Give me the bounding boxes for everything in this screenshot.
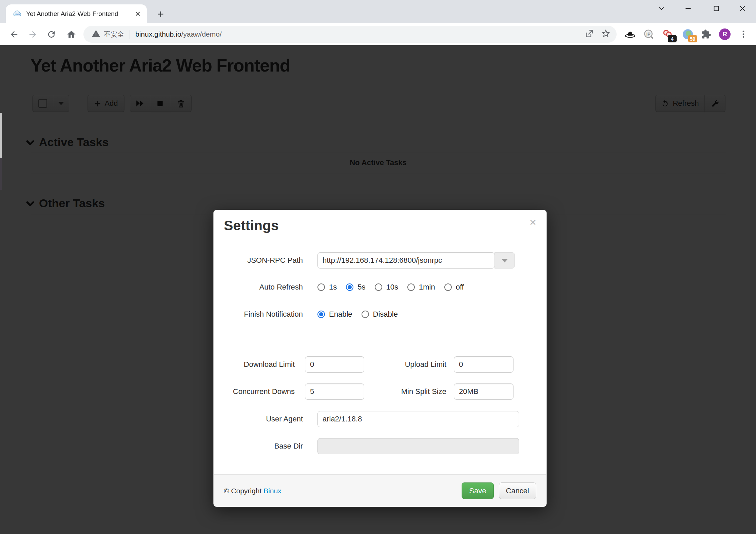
home-button[interactable] bbox=[64, 27, 79, 42]
settings-modal-footer: © Copyright Binux Save Cancel bbox=[214, 474, 546, 507]
radio-icon bbox=[317, 311, 325, 318]
radio-icon bbox=[346, 283, 353, 291]
radio-option-label: 10s bbox=[386, 283, 398, 292]
auto-refresh-row: Auto Refresh 1s 5s 10s 1min off bbox=[214, 279, 546, 295]
auto-refresh-option-off[interactable]: off bbox=[444, 283, 464, 292]
left-edge-artifact-light bbox=[0, 113, 2, 158]
window-maximize-button[interactable] bbox=[711, 3, 722, 14]
browser-titlebar: YAAW Yet Another Aria2 Web Frontend bbox=[0, 0, 756, 23]
tab-close-icon[interactable] bbox=[133, 9, 142, 18]
user-agent-input[interactable] bbox=[317, 411, 519, 427]
profile-avatar[interactable]: R bbox=[718, 27, 732, 41]
radio-option-label: 5s bbox=[357, 283, 365, 292]
settings-close-button[interactable]: × bbox=[529, 217, 536, 227]
radio-icon bbox=[407, 283, 415, 291]
auto-refresh-option-10s[interactable]: 10s bbox=[375, 283, 398, 292]
auto-refresh-radio-group: 1s 5s 10s 1min off bbox=[317, 279, 464, 295]
left-edge-artifact-dark bbox=[0, 158, 2, 190]
finish-notification-option-enable[interactable]: Enable bbox=[317, 310, 352, 319]
base-dir-label: Base Dir bbox=[214, 438, 303, 454]
svg-text:IP: IP bbox=[646, 32, 651, 37]
browser-navbar: 不安全 binux.github.io/yaaw/demo/ IP 4 bbox=[0, 23, 756, 45]
settings-modal: Settings × JSON-RPC Path Auto Refresh 1s… bbox=[213, 210, 547, 507]
radio-icon bbox=[317, 283, 325, 291]
jsonrpc-path-row: JSON-RPC Path bbox=[214, 252, 546, 269]
hat-extension-icon[interactable] bbox=[623, 27, 637, 41]
not-secure-label: 不安全 bbox=[104, 30, 124, 39]
address-bar[interactable]: 不安全 binux.github.io/yaaw/demo/ bbox=[83, 26, 617, 43]
download-limit-input[interactable] bbox=[305, 356, 364, 373]
share-icon[interactable] bbox=[584, 29, 594, 40]
window-minimize-button[interactable] bbox=[682, 3, 694, 14]
radio-option-label: off bbox=[456, 283, 464, 292]
auto-refresh-label: Auto Refresh bbox=[214, 279, 303, 295]
back-button[interactable] bbox=[6, 27, 21, 42]
base-dir-input bbox=[317, 438, 519, 454]
browser-menu-kebab-icon[interactable] bbox=[737, 27, 750, 41]
radio-option-label: 1s bbox=[329, 283, 337, 292]
user-agent-label: User Agent bbox=[214, 411, 303, 427]
yaaw-favicon-icon: YAAW bbox=[13, 9, 22, 19]
jsonrpc-path-label: JSON-RPC Path bbox=[214, 252, 303, 269]
browser-window: YAAW Yet Another Aria2 Web Frontend bbox=[0, 0, 756, 534]
download-limit-label: Download Limit bbox=[214, 356, 295, 373]
settings-modal-title: Settings bbox=[224, 218, 536, 233]
tab-title: Yet Another Aria2 Web Frontend bbox=[26, 10, 128, 18]
finish-notification-option-disable[interactable]: Disable bbox=[362, 310, 398, 319]
min-split-size-label: Min Split Size bbox=[366, 383, 446, 400]
min-split-size-input[interactable] bbox=[454, 383, 513, 400]
globe-extension-icon[interactable]: 59 bbox=[681, 27, 695, 41]
finish-notification-row: Finish Notification Enable Disable bbox=[214, 306, 546, 322]
caret-down-icon bbox=[501, 259, 508, 262]
red-extension-badge: 4 bbox=[668, 35, 677, 42]
not-secure-warning-icon[interactable] bbox=[92, 29, 100, 39]
auto-refresh-option-1min[interactable]: 1min bbox=[407, 283, 435, 292]
radio-option-label: 1min bbox=[419, 283, 435, 292]
cancel-button[interactable]: Cancel bbox=[499, 482, 536, 499]
ip-lookup-extension-icon[interactable]: IP bbox=[642, 27, 656, 41]
modal-body-divider bbox=[224, 344, 536, 344]
auto-refresh-option-5s[interactable]: 5s bbox=[346, 283, 365, 292]
upload-limit-label: Upload Limit bbox=[366, 356, 446, 373]
concurrent-downs-input[interactable] bbox=[305, 383, 364, 400]
radio-option-label: Enable bbox=[329, 310, 352, 319]
bookmark-star-icon[interactable] bbox=[601, 29, 610, 40]
browser-tab[interactable]: YAAW Yet Another Aria2 Web Frontend bbox=[6, 4, 147, 23]
save-button[interactable]: Save bbox=[462, 482, 493, 499]
red-extension-icon[interactable]: 4 bbox=[661, 27, 674, 41]
copyright-text: © Copyright Binux bbox=[224, 487, 282, 495]
window-chevron-icon[interactable] bbox=[656, 3, 667, 14]
jsonrpc-path-input[interactable] bbox=[317, 252, 495, 269]
settings-modal-header: Settings × bbox=[214, 210, 546, 241]
url-text[interactable]: binux.github.io/yaaw/demo/ bbox=[135, 30, 222, 38]
svg-text:YAAW: YAAW bbox=[15, 13, 20, 15]
finish-notification-radio-group: Enable Disable bbox=[317, 306, 398, 322]
globe-extension-badge: 59 bbox=[688, 35, 697, 42]
finish-notification-label: Finish Notification bbox=[214, 306, 303, 322]
user-agent-row: User Agent bbox=[214, 411, 546, 427]
auto-refresh-option-1s[interactable]: 1s bbox=[317, 283, 337, 292]
forward-button[interactable] bbox=[25, 27, 40, 42]
new-tab-button[interactable] bbox=[153, 6, 168, 22]
page-viewport: Yet Another Aria2 Web Frontend Add bbox=[0, 45, 756, 534]
jsonrpc-history-dropdown-button[interactable] bbox=[495, 252, 515, 269]
radio-icon bbox=[444, 283, 452, 291]
base-dir-row: Base Dir bbox=[214, 438, 546, 454]
radio-option-label: Disable bbox=[373, 310, 398, 319]
window-close-button[interactable] bbox=[737, 3, 748, 14]
extensions-puzzle-icon[interactable] bbox=[699, 27, 713, 41]
reload-button[interactable] bbox=[44, 27, 59, 42]
binux-link[interactable]: Binux bbox=[264, 487, 282, 495]
radio-icon bbox=[375, 283, 382, 291]
upload-limit-input[interactable] bbox=[454, 356, 513, 373]
radio-icon bbox=[362, 311, 369, 318]
concurrent-split-row: Concurrent Downs Min Split Size bbox=[214, 383, 546, 400]
omnibox-separator bbox=[130, 30, 130, 39]
concurrent-downs-label: Concurrent Downs bbox=[214, 383, 295, 400]
limits-row: Download Limit Upload Limit bbox=[214, 356, 546, 373]
